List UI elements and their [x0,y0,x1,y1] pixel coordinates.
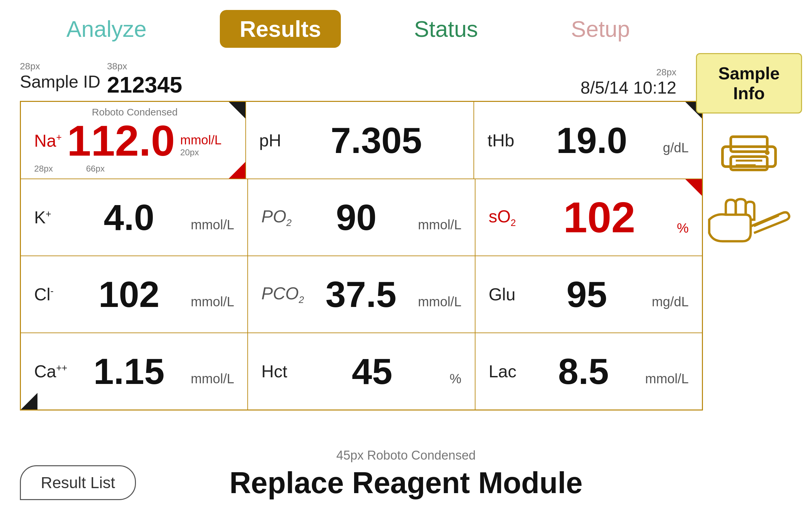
cell-hct: Hct 45 % [248,333,475,410]
cell-glu-inner: Glu 95 mg/dL [489,276,689,313]
result-list-button[interactable]: Result List [20,465,136,500]
po2-value: 90 [336,199,376,236]
cell-na: Roboto Condensed Na+ 112.0 mmol/L 20px 2… [21,102,246,179]
ph-value: 7.305 [331,122,422,159]
grid-row-4: Ca++ 1.15 mmol/L Hct 45 % Lac 8.5 mmol/L [21,333,702,410]
cell-cl: Cl- 102 mmol/L [21,256,248,333]
printer-icon[interactable] [712,133,785,173]
grid-row-2: K+ 4.0 mmol/L PO2 90 mmol/L sO2 102 [21,179,702,256]
svg-point-5 [765,150,769,155]
ca-value: 1.15 [93,353,164,390]
na-unit: mmol/L [180,133,222,147]
header-row: 28px Sample ID 38px 212345 28px 8/5/14 1… [0,54,696,101]
cell-pco2-inner: PCO2 37.5 mmol/L [261,276,461,313]
lac-label: Lac [489,361,522,381]
nav-setup[interactable]: Setup [551,10,650,48]
glu-label: Glu [489,284,522,304]
cell-lac-inner: Lac 8.5 mmol/L [489,353,689,390]
cell-thb-inner: tHb 19.0 g/dL [487,122,689,159]
thb-label: tHb [487,130,521,150]
cell-ph: pH 7.305 [246,102,474,179]
cell-hct-inner: Hct 45 % [261,353,461,390]
thb-value: 19.0 [556,122,627,159]
so2-label: sO2 [489,206,522,228]
cl-value: 102 [99,276,160,313]
cell-thb: tHb 19.0 g/dL [474,102,702,179]
sample-id-section: 28px Sample ID 38px 212345 [20,61,183,98]
sidebar: SampleInfo [693,53,805,246]
cell-k-inner: K+ 4.0 mmol/L [34,199,234,236]
so2-unit: % [677,221,689,236]
na-label: Na+ [34,131,62,151]
ph-label: pH [259,130,292,150]
grid-row-1: Roboto Condensed Na+ 112.0 mmol/L 20px 2… [21,102,702,179]
cell-lac: Lac 8.5 mmol/L [475,333,702,410]
font-note-date: 28px [656,67,676,78]
nav-results[interactable]: Results [220,10,341,48]
na-unit-note: 20px [180,147,222,158]
lac-unit: mmol/L [645,371,689,386]
hct-unit: % [450,371,461,386]
pco2-value: 37.5 [326,276,396,313]
datetime: 8/5/14 10:12 [581,78,676,98]
po2-label: PO2 [261,206,295,228]
nav-bar: Analyze Results Status Setup [0,0,696,54]
glu-value: 95 [567,276,607,313]
font-note-id: 28px [20,61,101,72]
nav-analyze[interactable]: Analyze [47,10,166,48]
hct-label: Hct [261,361,295,381]
ca-label: Ca++ [34,361,67,381]
cl-label: Cl- [34,284,67,304]
k-value: 4.0 [104,199,155,236]
na-value: 112.0 [67,119,175,162]
bottom-message: Replace Reagent Module [229,466,583,500]
pco2-label: PCO2 [261,283,304,305]
lac-value: 8.5 [558,353,609,390]
sample-id-label: Sample ID [20,72,101,92]
font-note-val: 38px [107,61,183,72]
hand-icon[interactable] [703,193,795,246]
cell-so2: sO2 102 % [475,179,702,256]
cell-so2-inner: sO2 102 % [489,196,689,239]
nav-status[interactable]: Status [394,10,498,48]
pco2-unit: mmol/L [418,294,461,309]
main-content: Roboto Condensed Na+ 112.0 mmol/L 20px 2… [0,101,812,411]
na-size-label: 28px [34,164,53,174]
k-label: K+ [34,207,67,227]
cell-ca-inner: Ca++ 1.15 mmol/L [34,353,234,390]
cell-po2: PO2 90 mmol/L [248,179,475,256]
sample-id-value: 212345 [107,72,183,98]
ca-unit: mmol/L [191,371,234,386]
hct-value: 45 [352,353,392,390]
cell-cl-inner: Cl- 102 mmol/L [34,276,234,313]
so2-value: 102 [563,196,635,239]
na-size-value: 66px [86,164,105,174]
corner-tr-icon [229,102,245,119]
cell-glu: Glu 95 mg/dL [475,256,702,333]
cell-ca: Ca++ 1.15 mmol/L [21,333,248,410]
results-grid: Roboto Condensed Na+ 112.0 mmol/L 20px 2… [20,101,703,411]
svg-rect-1 [731,137,767,152]
roboto-note: Roboto Condensed [92,106,178,118]
ca-corner [21,393,37,410]
grid-row-3: Cl- 102 mmol/L PCO2 37.5 mmol/L Glu 95 m… [21,256,702,333]
cell-po2-inner: PO2 90 mmol/L [261,199,461,236]
cell-k: K+ 4.0 mmol/L [21,179,248,256]
k-unit: mmol/L [191,217,234,232]
bottom-font-note: 45px Roboto Condensed [336,448,475,463]
glu-unit: mg/dL [652,294,689,309]
cell-ph-inner: pH 7.305 [259,122,460,159]
sample-info-button[interactable]: SampleInfo [696,53,802,113]
cl-unit: mmol/L [191,294,234,309]
thb-unit: g/dL [663,140,689,155]
cell-pco2: PCO2 37.5 mmol/L [248,256,475,333]
po2-unit: mmol/L [418,217,461,232]
corner-br-red [229,162,245,179]
